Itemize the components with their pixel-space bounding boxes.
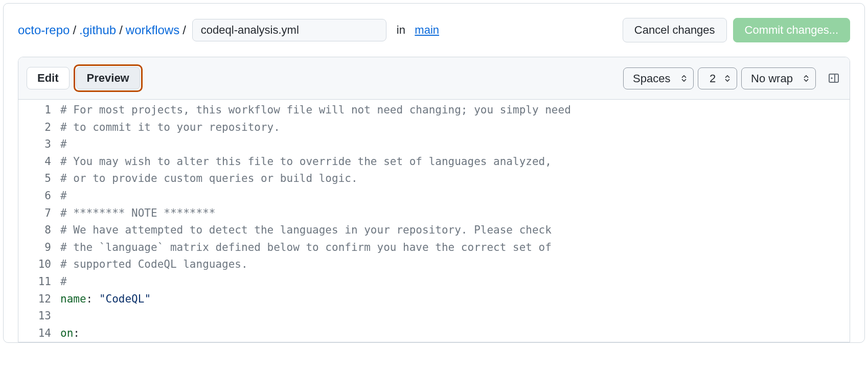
- line-number: 5: [18, 170, 51, 188]
- line-number: 9: [18, 239, 51, 257]
- svg-rect-0: [829, 74, 838, 82]
- line-number: 13: [18, 308, 51, 325]
- code-line[interactable]: # supported CodeQL languages.: [60, 256, 850, 273]
- code-line[interactable]: name: "CodeQL": [60, 291, 850, 308]
- panel-toggle-icon[interactable]: [826, 71, 841, 86]
- line-number: 4: [18, 153, 51, 171]
- line-number: 1: [18, 102, 51, 119]
- branch-link[interactable]: main: [415, 24, 439, 36]
- filename-input[interactable]: [192, 19, 386, 41]
- code-line[interactable]: #: [60, 273, 850, 291]
- code-line[interactable]: # the `language` matrix defined below to…: [60, 239, 850, 257]
- indent-mode-select[interactable]: Spaces: [623, 67, 694, 89]
- line-number: 6: [18, 188, 51, 205]
- editor-box: Edit Preview Spaces 2: [18, 57, 850, 342]
- breadcrumb-repo[interactable]: octo-repo: [18, 23, 70, 37]
- code-line[interactable]: # We have attempted to detect the langua…: [60, 222, 850, 239]
- line-number-gutter: 1234567891011121314: [18, 102, 60, 342]
- line-number: 12: [18, 291, 51, 308]
- breadcrumb-separator: /: [70, 23, 79, 37]
- line-number: 14: [18, 325, 51, 342]
- editor-toolbar: Edit Preview Spaces 2: [18, 57, 850, 100]
- code-line[interactable]: # to commit it to your repository.: [60, 119, 850, 136]
- code-line[interactable]: # For most projects, this workflow file …: [60, 102, 850, 119]
- line-number: 2: [18, 119, 51, 136]
- line-number: 3: [18, 136, 51, 153]
- code-content[interactable]: # For most projects, this workflow file …: [60, 102, 850, 342]
- code-line[interactable]: on:: [60, 325, 850, 342]
- breadcrumb-separator: /: [179, 23, 189, 37]
- breadcrumb-segment-workflows[interactable]: workflows: [126, 23, 179, 37]
- indent-size-select[interactable]: 2: [698, 67, 737, 89]
- preview-highlight: Preview: [74, 64, 143, 92]
- line-number: 10: [18, 256, 51, 273]
- code-editor[interactable]: 1234567891011121314 # For most projects,…: [18, 100, 850, 342]
- breadcrumb: octo-repo / .github / workflows /: [18, 19, 386, 41]
- cancel-changes-button[interactable]: Cancel changes: [623, 18, 727, 42]
- file-header: octo-repo / .github / workflows / in mai…: [18, 18, 850, 42]
- tab-preview[interactable]: Preview: [76, 67, 140, 89]
- commit-changes-button[interactable]: Commit changes...: [733, 18, 850, 42]
- code-line[interactable]: # ******** NOTE ********: [60, 205, 850, 222]
- breadcrumb-segment-github[interactable]: .github: [79, 23, 116, 37]
- tab-edit[interactable]: Edit: [27, 67, 70, 89]
- line-number: 8: [18, 222, 51, 239]
- code-line[interactable]: # You may wish to alter this file to ove…: [60, 153, 850, 171]
- branch-indicator: in main: [397, 24, 439, 37]
- code-line[interactable]: #: [60, 136, 850, 153]
- breadcrumb-separator: /: [116, 23, 126, 37]
- code-line[interactable]: [60, 308, 850, 325]
- in-label: in: [397, 24, 405, 36]
- wrap-mode-select[interactable]: No wrap: [741, 67, 816, 89]
- code-line[interactable]: #: [60, 188, 850, 205]
- line-number: 7: [18, 205, 51, 222]
- line-number: 11: [18, 273, 51, 291]
- code-line[interactable]: # or to provide custom queries or build …: [60, 170, 850, 188]
